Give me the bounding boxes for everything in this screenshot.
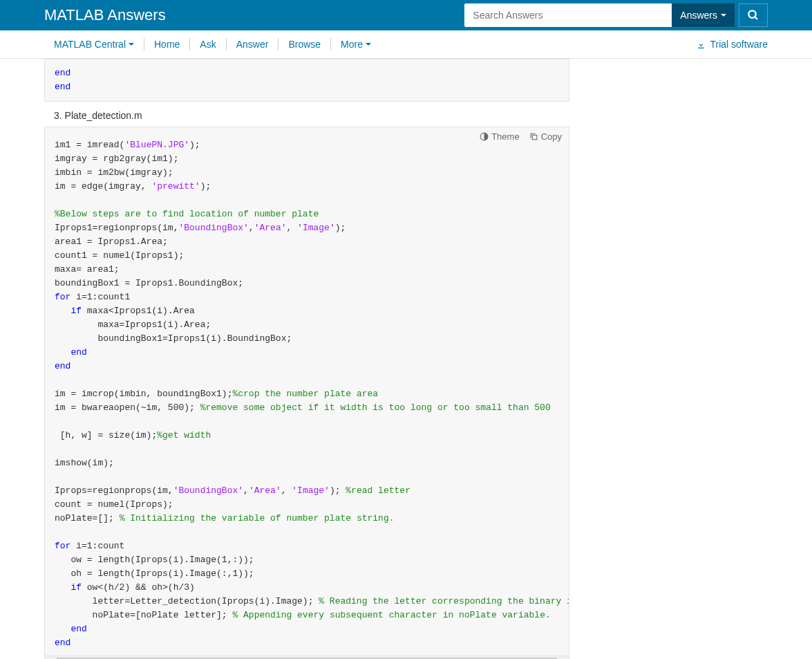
copy-icon [529, 132, 538, 141]
answers-dropdown[interactable]: Answers [672, 3, 735, 27]
code-block-prev: end end [44, 59, 569, 102]
code-block: Theme Copy im1 = imread('BluePN.JPG'); i… [44, 127, 569, 656]
code-content[interactable]: im1 = imread('BluePN.JPG'); imgray = rgb… [45, 127, 569, 656]
nav-bar: MATLAB Central Home Ask Answer Browse Mo… [0, 30, 812, 59]
nav-matlab-central[interactable]: MATLAB Central [44, 39, 144, 50]
nav-answer[interactable]: Answer [227, 39, 278, 50]
nav-browse[interactable]: Browse [278, 39, 330, 50]
download-icon [697, 40, 706, 49]
scroll-left-arrow-icon[interactable]: ◄ [45, 656, 56, 660]
theme-label: Theme [491, 131, 519, 142]
svg-line-1 [755, 17, 757, 19]
chevron-down-icon [721, 14, 726, 17]
code-keyword: end [55, 82, 70, 92]
section-label: 3. Plate_detection.m [44, 102, 569, 127]
nav-more[interactable]: More [331, 39, 381, 50]
scroll-right-arrow-icon[interactable]: ► [558, 656, 569, 660]
svg-point-0 [748, 10, 756, 18]
theme-icon [480, 132, 489, 141]
code-keyword: end [55, 68, 70, 78]
code-toolbar: Theme Copy [480, 131, 562, 142]
trial-software-link[interactable]: Trial software [697, 39, 768, 50]
search-input[interactable] [464, 3, 672, 27]
nav-ask[interactable]: Ask [190, 39, 225, 50]
main-column: end end 3. Plate_detection.m Theme Copy … [44, 59, 569, 659]
trial-label: Trial software [710, 39, 768, 50]
chevron-down-icon [366, 43, 371, 46]
nav-home[interactable]: Home [144, 39, 189, 50]
copy-button[interactable]: Copy [529, 131, 562, 142]
horizontal-scrollbar[interactable]: ◄ ► [44, 656, 569, 659]
top-header: MATLAB Answers Answers [0, 0, 812, 30]
copy-label: Copy [541, 131, 562, 142]
nav-links: MATLAB Central Home Ask Answer Browse Mo… [44, 38, 381, 50]
chevron-down-icon [129, 43, 134, 46]
theme-button[interactable]: Theme [480, 131, 519, 142]
search-container: Answers [464, 3, 768, 27]
search-icon [747, 9, 759, 21]
brand-title: MATLAB Answers [44, 6, 464, 24]
answers-dropdown-label: Answers [680, 10, 717, 21]
svg-rect-3 [532, 135, 537, 140]
page-content: end end 3. Plate_detection.m Theme Copy … [0, 59, 812, 659]
search-button[interactable] [739, 3, 768, 27]
